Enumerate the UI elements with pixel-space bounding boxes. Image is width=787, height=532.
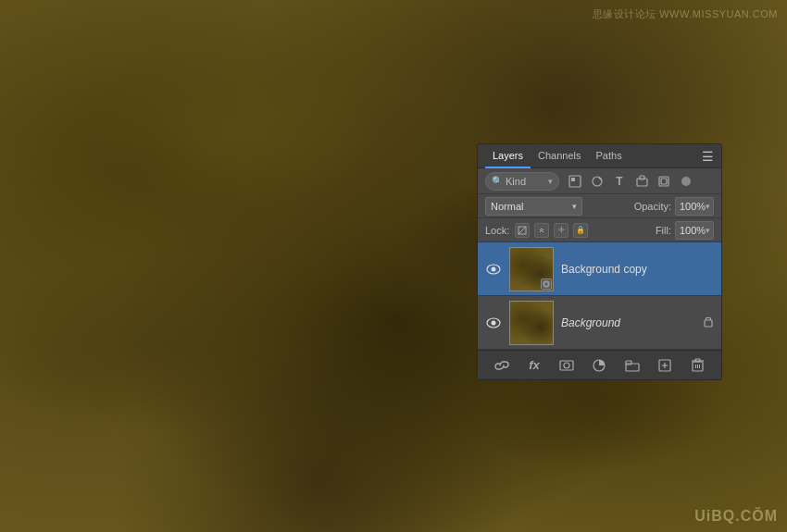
fill-input[interactable]: 100% ▾	[675, 221, 714, 240]
image-filter-icon[interactable]	[567, 173, 583, 190]
filter-row: 🔍 Kind ▾ T	[478, 168, 721, 194]
filter-icons: T	[567, 173, 691, 190]
filter-toggle-dot[interactable]	[681, 177, 691, 186]
lock-image-pixels-btn[interactable]	[534, 223, 549, 238]
svg-point-14	[492, 320, 496, 325]
kind-label: Kind	[506, 176, 526, 187]
opacity-input[interactable]: 100% ▾	[675, 197, 714, 216]
opacity-value-text: 100%	[680, 201, 706, 212]
adjustment-filter-icon[interactable]	[589, 173, 606, 190]
fill-controls: Fill: 100% ▾	[656, 221, 714, 240]
watermark-bottom: UiBQ.CŎM	[694, 508, 778, 525]
svg-rect-6	[661, 179, 667, 184]
blend-mode-dropdown[interactable]: Normal ▾	[485, 197, 582, 216]
layer-item-background[interactable]: Background	[478, 296, 721, 350]
lock-label: Lock:	[485, 225, 509, 236]
fill-value-text: 100%	[680, 225, 706, 236]
blend-mode-value: Normal	[491, 201, 523, 212]
visibility-toggle-background[interactable]	[485, 315, 502, 331]
layer-info-background: Background	[554, 316, 703, 329]
panel-footer: fx	[478, 350, 721, 379]
svg-rect-1	[571, 178, 575, 181]
add-adjustment-btn[interactable]	[588, 354, 610, 377]
layer-item-background-copy[interactable]: Background copy	[478, 242, 721, 296]
new-group-btn[interactable]	[621, 354, 643, 377]
kind-chevron-icon: ▾	[548, 177, 553, 186]
layer-name-background: Background	[561, 316, 620, 329]
lock-row: Lock: ✛ 🔒 Fill:	[478, 218, 721, 242]
panel-tabs: Layers Channels Paths ☰	[478, 144, 721, 168]
panel-menu-icon[interactable]: ☰	[702, 149, 714, 164]
tab-layers[interactable]: Layers	[485, 144, 531, 168]
layer-thumbnail-background	[509, 301, 554, 345]
text-filter-icon[interactable]: T	[611, 173, 628, 190]
layers-panel: Layers Channels Paths ☰ 🔍 Kind ▾	[477, 143, 722, 380]
layer-name-background-copy: Background copy	[561, 263, 647, 276]
opacity-label: Opacity:	[634, 201, 671, 212]
fx-btn[interactable]: fx	[523, 354, 545, 377]
lock-all-btn[interactable]: 🔒	[573, 223, 588, 238]
layer-info-background-copy: Background copy	[554, 263, 714, 276]
new-layer-btn[interactable]	[654, 354, 676, 377]
lock-position-btn[interactable]: ✛	[554, 223, 568, 238]
layer-locked-icon	[703, 315, 714, 330]
svg-point-10	[492, 266, 496, 271]
fill-label: Fill:	[656, 225, 671, 236]
blend-row: Normal ▾ Opacity: 100% ▾	[478, 194, 721, 218]
layer-badge-icon	[541, 278, 552, 290]
svg-rect-12	[544, 282, 548, 286]
add-mask-btn[interactable]	[556, 354, 578, 377]
opacity-chevron-icon: ▾	[706, 202, 710, 211]
smartobj-filter-icon[interactable]	[656, 173, 672, 190]
blend-mode-chevron-icon: ▾	[572, 202, 577, 211]
svg-line-8	[518, 227, 526, 234]
lock-icons: ✛ 🔒	[515, 223, 588, 238]
svg-point-17	[564, 363, 569, 368]
search-icon: 🔍	[492, 176, 503, 186]
svg-rect-15	[705, 320, 712, 327]
tab-paths[interactable]: Paths	[589, 144, 630, 168]
layers-list: Background copy Background	[478, 242, 721, 350]
watermark-top: 思缘设计论坛 WWW.MISSYUAN.COM	[593, 7, 778, 21]
lock-transparent-pixels-btn[interactable]	[515, 223, 530, 238]
delete-layer-btn[interactable]	[686, 354, 708, 377]
kind-filter-dropdown[interactable]: 🔍 Kind ▾	[485, 172, 559, 191]
fx-label: fx	[529, 358, 540, 372]
layer-thumbnail-background-copy	[509, 247, 554, 291]
visibility-toggle-background-copy[interactable]	[485, 261, 502, 278]
tab-channels[interactable]: Channels	[531, 144, 588, 168]
link-layers-btn[interactable]	[491, 354, 513, 377]
fill-chevron-icon: ▾	[706, 226, 710, 235]
shape-filter-icon[interactable]	[633, 173, 650, 190]
opacity-controls: Opacity: 100% ▾	[634, 197, 714, 216]
